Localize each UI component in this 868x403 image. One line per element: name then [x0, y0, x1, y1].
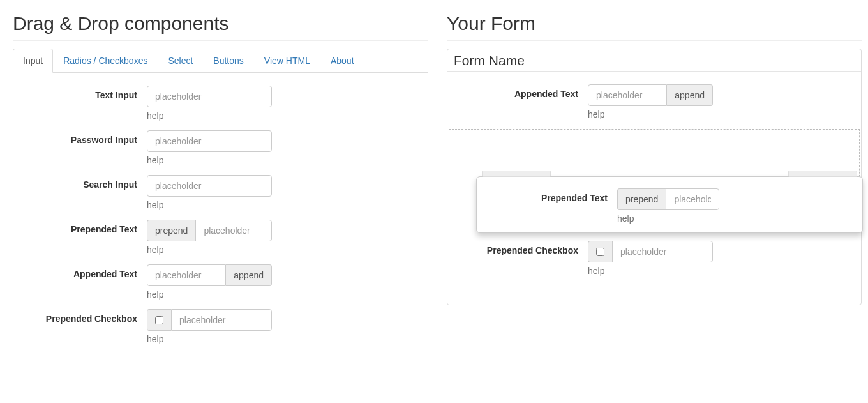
form-field-prepended-checkbox[interactable]: Prepended Checkbox help — [447, 241, 861, 276]
search-input-label: Search Input — [13, 175, 147, 210]
component-appended-text[interactable]: Appended Text append help — [13, 264, 428, 300]
form-appended-text-addon: append — [667, 84, 713, 106]
prepended-text-label: Prepended Text — [13, 220, 147, 255]
form-prechk-help: help — [588, 266, 855, 276]
prepended-checkbox-label: Prepended Checkbox — [13, 309, 147, 344]
form-field-appended-text[interactable]: Appended Text append help — [447, 84, 861, 119]
your-form-title: Your Form — [447, 13, 862, 41]
password-input-help: help — [147, 155, 428, 165]
appended-text-label: Appended Text — [13, 264, 147, 300]
component-search-input[interactable]: Search Input help — [13, 175, 428, 210]
text-input-help: help — [147, 110, 428, 121]
components-title: Drag & Drop components — [13, 13, 428, 41]
password-input-field[interactable] — [147, 130, 272, 152]
prepended-checkbox-field[interactable] — [171, 309, 272, 331]
component-prepended-checkbox[interactable]: Prepended Checkbox help — [13, 309, 428, 344]
prepended-text-field[interactable] — [195, 220, 272, 241]
tab-about[interactable]: About — [320, 49, 364, 73]
search-input-help: help — [147, 200, 428, 210]
component-text-input[interactable]: Text Input help — [13, 86, 428, 121]
component-prepended-text[interactable]: Prepended Text prepend help — [13, 220, 428, 255]
prepended-text-addon: prepend — [147, 220, 195, 241]
dragging-prepended-field[interactable] — [666, 188, 719, 210]
prepended-text-help: help — [147, 245, 428, 255]
prepended-checkbox-help: help — [147, 334, 428, 344]
appended-text-help: help — [147, 289, 428, 300]
prepended-checkbox-addon — [147, 309, 171, 331]
form-prechk-label: Prepended Checkbox — [454, 241, 588, 276]
tab-viewhtml[interactable]: View HTML — [254, 49, 320, 73]
dragging-prepended-help: help — [617, 213, 856, 224]
prepended-checkbox-box[interactable] — [155, 316, 163, 324]
search-input-field[interactable] — [147, 175, 272, 197]
dragging-prepended-addon: prepend — [617, 188, 666, 210]
text-input-label: Text Input — [13, 86, 147, 121]
component-tabs: Input Radios / Checkboxes Select Buttons… — [13, 49, 428, 73]
form-prechk-addon — [588, 241, 612, 262]
form-prechk-box[interactable] — [596, 248, 604, 256]
dragging-prepended-text[interactable]: Prepended Text prepend help — [476, 176, 863, 233]
form-appended-text-label: Appended Text — [454, 84, 588, 119]
tab-select[interactable]: Select — [158, 49, 203, 73]
password-input-label: Password Input — [13, 130, 147, 165]
form-prechk-field[interactable] — [612, 241, 713, 262]
tab-buttons[interactable]: Buttons — [203, 49, 253, 73]
form-appended-text-help: help — [588, 109, 855, 119]
form-name-legend[interactable]: Form Name — [447, 49, 861, 72]
text-input-field[interactable] — [147, 86, 272, 107]
appended-text-addon: append — [226, 264, 272, 286]
tab-radios[interactable]: Radios / Checkboxes — [53, 49, 158, 73]
appended-text-field[interactable] — [147, 264, 226, 286]
form-appended-text-field[interactable] — [588, 84, 667, 106]
dragging-prepended-label: Prepended Text — [483, 188, 617, 224]
tab-input[interactable]: Input — [13, 49, 53, 73]
component-password-input[interactable]: Password Input help — [13, 130, 428, 165]
form-drop-target[interactable]: Form Name Appended Text append help Prep… — [447, 49, 862, 305]
